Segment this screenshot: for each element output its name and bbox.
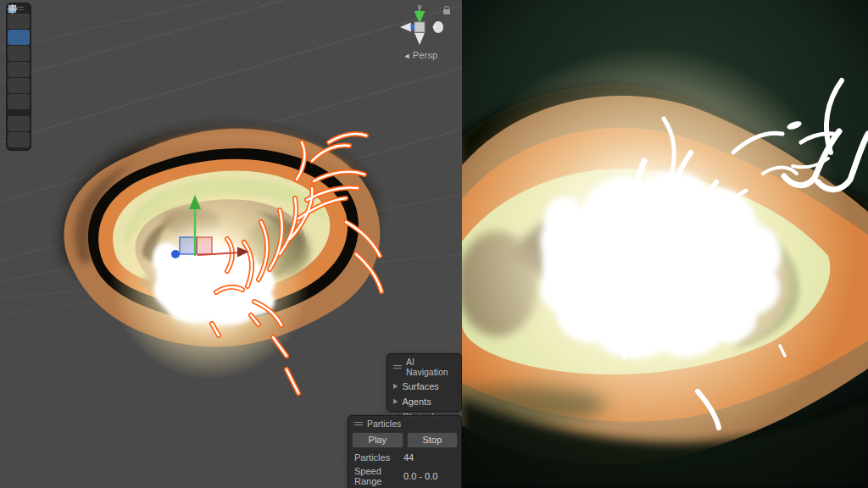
rect-tool-button[interactable] — [8, 78, 30, 93]
gizmo-x-cone[interactable] — [400, 23, 411, 32]
transform-tool-button[interactable] — [8, 94, 30, 109]
persp-arrow-icon: ◄ — [403, 52, 411, 60]
game-render — [462, 0, 868, 488]
game-view[interactable] — [462, 0, 868, 488]
lock-icon[interactable] — [443, 9, 450, 14]
stop-button[interactable]: Stop — [407, 432, 459, 448]
ai-navigation-header[interactable]: AI Navigation — [387, 354, 461, 379]
scale-tool-button[interactable] — [8, 62, 30, 77]
orientation-gizmo[interactable]: y ◄Persp — [383, 2, 458, 68]
gizmo-z-handle[interactable] — [171, 250, 180, 258]
projection-toggle[interactable]: ◄Persp — [383, 50, 458, 60]
foldout-agents[interactable]: ▶ Agents — [387, 394, 461, 409]
particles-header[interactable]: Particles — [348, 416, 461, 430]
foldout-surfaces[interactable]: ▶ Surfaces — [387, 379, 461, 394]
projection-label: Persp — [413, 50, 438, 60]
gizmo-y-axis-label[interactable]: y — [418, 3, 422, 11]
custom-tool-b-button[interactable] — [8, 132, 30, 147]
rotate-tool-button[interactable] — [8, 46, 30, 61]
gizmo-bottom-cone[interactable] — [415, 33, 425, 45]
chevron-right-icon: ▶ — [393, 382, 398, 390]
play-button[interactable]: Play — [352, 432, 403, 448]
particle-count-row: Particles 44 — [348, 451, 461, 464]
custom-tool-a-button[interactable] — [8, 116, 30, 131]
scene-view[interactable]: y ◄Persp AI Navigation ▶ Surfac — [0, 0, 462, 488]
vignette-overlay — [462, 0, 868, 488]
drag-handle-icon[interactable] — [393, 365, 402, 369]
chevron-right-icon: ▶ — [393, 397, 398, 405]
move-tool-button[interactable] — [8, 30, 30, 45]
axis-icon — [7, 3, 18, 14]
particle-count-value: 44 — [403, 452, 456, 463]
unity-editor: y ◄Persp AI Navigation ▶ Surfac — [0, 0, 868, 488]
speed-range-row: Speed Range 0.0 - 0.0 — [348, 464, 461, 488]
drag-handle-icon[interactable] — [354, 422, 363, 425]
ai-navigation-panel: AI Navigation ▶ Surfaces ▶ Agents ▶ Obst… — [387, 353, 462, 412]
cave-object[interactable] — [62, 128, 381, 393]
speed-range-value: 0.0 - 0.0 — [403, 471, 456, 481]
gizmo-plane-yz[interactable] — [197, 237, 212, 254]
particles-title: Particles — [367, 419, 401, 429]
particles-panel: Particles Play Stop Particles 44 Speed R… — [348, 415, 462, 488]
view-tool-button[interactable] — [8, 14, 30, 29]
ai-navigation-title: AI Navigation — [406, 357, 456, 377]
scene-tools-overlay — [6, 3, 31, 151]
